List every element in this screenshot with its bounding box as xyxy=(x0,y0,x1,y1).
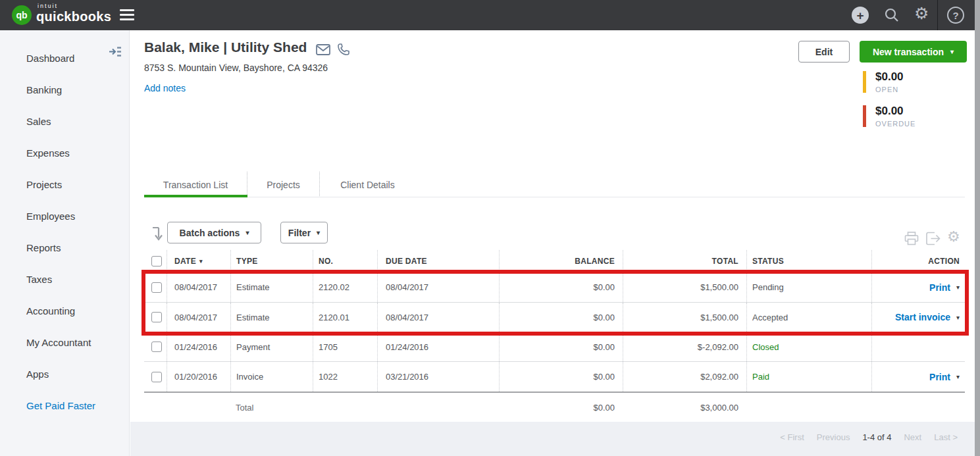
cell-status: Pending xyxy=(746,272,871,302)
collapse-sidebar-icon[interactable] xyxy=(109,46,122,60)
sidebar-item-apps[interactable]: Apps xyxy=(26,368,49,380)
sidebar-item-projects[interactable]: Projects xyxy=(26,179,62,190)
cell-due-date: 08/04/2017 xyxy=(377,272,499,302)
scrollbar[interactable] xyxy=(975,0,980,456)
tab-bar: Transaction List Projects Client Details xyxy=(144,172,415,197)
tab-transaction-list[interactable]: Transaction List xyxy=(144,172,247,197)
sidebar-item-expenses[interactable]: Expenses xyxy=(26,147,70,159)
column-header-type[interactable]: TYPE xyxy=(230,250,313,272)
overdue-amount-bar xyxy=(863,105,866,127)
sidebar-item-taxes[interactable]: Taxes xyxy=(26,274,52,285)
tabs-divider xyxy=(144,197,965,197)
bottom-bar: < First Previous 1-4 of 4 Next Last > xyxy=(130,422,975,456)
tab-client-details[interactable]: Client Details xyxy=(320,172,415,197)
select-all-checkbox[interactable] xyxy=(151,256,162,266)
search-icon[interactable] xyxy=(884,7,900,26)
pagination: < First Previous 1-4 of 4 Next Last > xyxy=(780,432,958,442)
column-header-date[interactable]: DATE ▾ xyxy=(167,250,230,272)
main-content: Balak, Mike | Utility Shed 8753 S. Mount… xyxy=(130,30,975,422)
email-envelope-icon[interactable] xyxy=(316,44,330,58)
pagination-next[interactable]: Next xyxy=(904,432,921,442)
edit-button[interactable]: Edit xyxy=(798,41,850,63)
open-amount-bar xyxy=(863,71,866,93)
create-plus-icon[interactable]: + xyxy=(852,7,869,24)
table-row[interactable]: 01/24/2016 Payment 1705 01/24/2016 $0.00… xyxy=(144,332,965,362)
row-checkbox[interactable] xyxy=(151,282,162,293)
sidebar-item-dashboard[interactable]: Dashboard xyxy=(26,53,74,64)
pagination-previous[interactable]: Previous xyxy=(817,432,850,442)
table-settings-gear-icon[interactable]: ⚙ xyxy=(947,230,960,244)
cell-total: $-2,092.00 xyxy=(623,332,746,361)
export-icon[interactable] xyxy=(925,232,941,248)
cell-balance: $0.00 xyxy=(499,272,623,302)
sidebar-nav: Dashboard Banking Sales Expenses Project… xyxy=(0,30,130,456)
start-invoice-action-link[interactable]: Start invoice xyxy=(895,312,950,322)
customer-title: Balak, Mike | Utility Shed xyxy=(144,39,307,55)
table-row[interactable]: 08/04/2017 Estimate 2120.02 08/04/2017 $… xyxy=(144,272,965,303)
table-row[interactable]: 08/04/2017 Estimate 2120.01 08/04/2017 $… xyxy=(144,303,965,332)
chevron-down-icon: ▾ xyxy=(245,229,249,236)
help-icon[interactable]: ? xyxy=(947,7,964,24)
sidebar-item-banking[interactable]: Banking xyxy=(26,84,62,95)
cell-action: Start invoice ▾ xyxy=(871,303,965,332)
add-notes-link[interactable]: Add notes xyxy=(144,83,186,93)
cell-balance: $0.00 xyxy=(499,362,623,392)
sidebar-item-my-accountant[interactable]: My Accountant xyxy=(26,337,91,348)
sort-caret-icon: ▾ xyxy=(199,258,203,265)
column-header-balance[interactable]: BALANCE xyxy=(499,250,623,272)
row-checkbox[interactable] xyxy=(151,312,162,322)
pagination-last[interactable]: Last > xyxy=(934,432,958,442)
sidebar-item-sales[interactable]: Sales xyxy=(26,116,51,127)
cell-no: 2120.01 xyxy=(313,303,377,332)
pagination-range: 1-4 of 4 xyxy=(862,432,891,442)
transaction-table: DATE ▾ TYPE NO. DUE DATE BALANCE TOTAL S… xyxy=(144,250,965,422)
sidebar-item-accounting[interactable]: Accounting xyxy=(26,305,75,317)
active-tab-underline xyxy=(144,195,247,197)
table-row[interactable]: 01/20/2016 Invoice 1022 03/21/2016 $0.00… xyxy=(144,362,965,392)
print-action-link[interactable]: Print xyxy=(929,282,950,293)
print-icon[interactable] xyxy=(904,232,919,248)
cell-no: 2120.02 xyxy=(313,272,377,302)
cell-no: 1022 xyxy=(313,362,377,392)
column-header-action[interactable]: ACTION xyxy=(871,250,965,272)
quickbooks-logo-icon[interactable]: qb xyxy=(12,5,32,25)
settings-gear-icon[interactable]: ⚙ xyxy=(914,5,929,22)
new-transaction-button[interactable]: New transaction ▾ xyxy=(860,41,967,63)
table-header-row: DATE ▾ TYPE NO. DUE DATE BALANCE TOTAL S… xyxy=(144,250,965,272)
chevron-down-icon: ▾ xyxy=(317,229,320,236)
print-action-link[interactable]: Print xyxy=(929,372,950,382)
sidebar-item-employees[interactable]: Employees xyxy=(26,211,75,222)
open-amount: $0.00 xyxy=(875,70,904,84)
phone-icon[interactable] xyxy=(337,43,350,59)
row-checkbox[interactable] xyxy=(151,372,162,382)
filter-button[interactable]: Filter ▾ xyxy=(280,222,328,243)
cell-date: 08/04/2017 xyxy=(167,272,230,302)
cell-due-date: 08/04/2017 xyxy=(377,303,499,332)
column-header-status[interactable]: STATUS xyxy=(746,250,871,272)
action-chevron-icon[interactable]: ▾ xyxy=(956,373,960,380)
hamburger-menu-icon[interactable] xyxy=(120,9,134,23)
sidebar-item-reports[interactable]: Reports xyxy=(26,242,61,253)
total-amount: $3,000.00 xyxy=(623,393,746,422)
overdue-label: OVERDUE xyxy=(875,120,916,128)
row-checkbox[interactable] xyxy=(151,342,162,352)
column-header-no[interactable]: NO. xyxy=(313,250,377,272)
cell-date: 01/20/2016 xyxy=(167,362,230,392)
date-header-label: DATE xyxy=(174,257,196,266)
customer-address: 8753 S. Mountain View, Bayshore, CA 9432… xyxy=(144,63,328,73)
import-sort-icon[interactable] xyxy=(150,226,163,244)
cell-due-date: 01/24/2016 xyxy=(377,332,499,361)
action-chevron-icon[interactable]: ▾ xyxy=(956,284,960,291)
column-header-total[interactable]: TOTAL xyxy=(623,250,746,272)
tab-projects[interactable]: Projects xyxy=(247,172,320,197)
cell-type: Payment xyxy=(230,332,313,361)
sidebar-item-get-paid-faster[interactable]: Get Paid Faster xyxy=(26,400,95,411)
action-chevron-icon[interactable]: ▾ xyxy=(956,314,960,321)
intuit-label: intuit xyxy=(38,3,111,9)
pagination-first[interactable]: < First xyxy=(780,432,804,442)
batch-actions-button[interactable]: Batch actions ▾ xyxy=(167,222,261,243)
brand-wordmark: intuit quickbooks xyxy=(36,3,111,23)
column-header-due-date[interactable]: DUE DATE xyxy=(377,250,499,272)
chevron-down-icon: ▾ xyxy=(950,48,954,55)
open-label: OPEN xyxy=(875,86,898,93)
